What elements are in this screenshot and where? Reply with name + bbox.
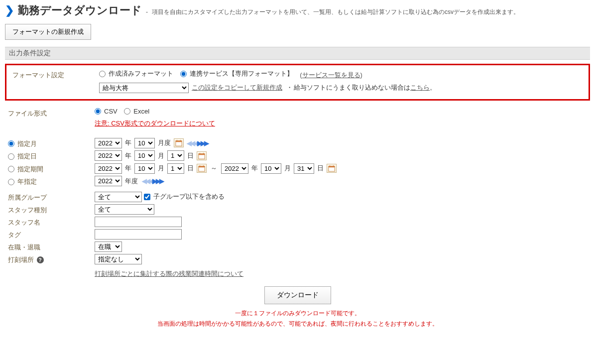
- import-help-prefix: 給与ソフトにうまく取り込めない場合は: [294, 84, 410, 91]
- next-fast-icon[interactable]: ▶▶: [201, 139, 208, 147]
- range-tilde: ～: [211, 164, 217, 173]
- period-month-label: 指定月: [17, 139, 37, 148]
- filetype-label: ファイル形式: [5, 108, 95, 118]
- group-label: 所属グループ: [5, 192, 95, 202]
- prev-fast-icon[interactable]: ◀◀: [187, 139, 194, 147]
- tag-label: タグ: [5, 229, 95, 240]
- day-day-select[interactable]: 1: [167, 150, 184, 161]
- csv-warning-link[interactable]: 注意: CSV形式でのダウンロードについて: [95, 120, 215, 127]
- period-day-radio[interactable]: [8, 153, 14, 160]
- format-linked-option[interactable]: 連携サービス【専用フォーマット】: [180, 69, 293, 78]
- range-from-day-select[interactable]: 1: [167, 163, 184, 174]
- format-select[interactable]: 給与大将: [99, 83, 189, 93]
- chevron-right-icon: ❯: [5, 5, 14, 16]
- format-linked-label: 連携サービス【専用フォーマット】: [190, 69, 293, 78]
- range-from-month-select[interactable]: 10: [134, 163, 155, 174]
- calendar-icon[interactable]: [174, 138, 184, 147]
- location-label: 打刻場所: [8, 256, 34, 263]
- filetype-csv-radio[interactable]: [95, 108, 101, 115]
- download-warning-1: 一度に１ファイルのみダウンロード可能です。: [5, 309, 590, 318]
- new-format-button[interactable]: フォーマットの新規作成: [5, 24, 91, 40]
- calendar-icon[interactable]: [197, 151, 207, 160]
- page-title: 勤務データダウンロード: [18, 3, 142, 18]
- month-year-select[interactable]: 2022: [95, 138, 122, 148]
- calendar-icon[interactable]: [327, 164, 337, 173]
- prev-fast-icon[interactable]: ◀◀: [142, 177, 149, 185]
- period-year-radio[interactable]: [8, 179, 14, 185]
- prev-icon[interactable]: ◀: [149, 177, 152, 185]
- period-range-option[interactable]: 指定期間: [8, 165, 43, 174]
- format-existing-label: 作成済みフォーマット: [109, 69, 173, 78]
- paren-close: ): [360, 71, 362, 79]
- include-subgroup-label: 子グループ以下を含める: [153, 192, 225, 201]
- location-note-link[interactable]: 打刻場所ごとに集計する際の残業関連時間について: [95, 270, 243, 277]
- period-day-option[interactable]: 指定日: [8, 152, 37, 161]
- range-from-year-select[interactable]: 2022: [95, 163, 122, 174]
- import-help-suffix: 。: [430, 84, 436, 91]
- section-title: 出力条件設定: [5, 47, 590, 60]
- year-unit: 年: [125, 138, 131, 147]
- month-month-select[interactable]: 10: [134, 138, 155, 148]
- yearonly-year-select[interactable]: 2022: [95, 176, 122, 186]
- next-fast-icon[interactable]: ▶▶: [156, 177, 163, 185]
- filetype-excel-option[interactable]: Excel: [124, 108, 149, 115]
- yearly-unit: 年度: [125, 177, 138, 186]
- tag-input[interactable]: [95, 229, 182, 240]
- period-year-label: 年指定: [17, 177, 37, 186]
- location-select[interactable]: 指定なし: [95, 254, 142, 264]
- next-icon[interactable]: ▶: [152, 177, 156, 185]
- include-subgroup-option[interactable]: 子グループ以下を含める: [144, 192, 225, 201]
- period-range-radio[interactable]: [8, 166, 14, 172]
- filetype-excel-radio[interactable]: [124, 108, 130, 115]
- period-day-label: 指定日: [17, 152, 37, 161]
- format-existing-radio[interactable]: [99, 71, 106, 77]
- copy-format-link[interactable]: この設定をコピーして新規作成: [192, 83, 282, 92]
- format-setting-label: フォーマット設定: [9, 69, 99, 80]
- page-description: 項目を自由にカスタマイズした出力フォーマットを用いて、一覧用、もしくは給与計算ソ…: [152, 8, 519, 16]
- staff-type-select[interactable]: 全て: [95, 204, 154, 215]
- day-month-select[interactable]: 10: [134, 150, 155, 161]
- period-month-radio[interactable]: [8, 140, 14, 147]
- svg-rect-5: [199, 153, 205, 155]
- range-to-day-select[interactable]: 31: [294, 163, 314, 174]
- svg-rect-9: [199, 166, 205, 168]
- employment-label: 在職・退職: [5, 242, 95, 252]
- period-range-label: 指定期間: [17, 165, 43, 174]
- format-existing-option[interactable]: 作成済みフォーマット: [99, 69, 173, 78]
- filetype-csv-option[interactable]: CSV: [95, 108, 118, 115]
- dot-sep: ・: [286, 84, 293, 91]
- svg-rect-1: [176, 141, 182, 142]
- range-to-year-select[interactable]: 2022: [221, 163, 248, 174]
- staff-name-input[interactable]: [95, 217, 182, 227]
- include-subgroup-checkbox[interactable]: [144, 194, 150, 200]
- svg-rect-13: [329, 166, 335, 168]
- period-year-option[interactable]: 年指定: [8, 177, 37, 186]
- prev-icon[interactable]: ◀: [194, 139, 197, 147]
- service-list-link[interactable]: サービス一覧を見る: [302, 71, 360, 79]
- calendar-icon[interactable]: [197, 164, 207, 173]
- monthly-unit: 月度: [158, 138, 171, 147]
- staff-type-label: スタッフ種別: [5, 204, 95, 215]
- download-button[interactable]: ダウンロード: [264, 286, 331, 304]
- period-month-option[interactable]: 指定月: [8, 139, 37, 148]
- day-year-select[interactable]: 2022: [95, 150, 122, 161]
- page-sep: -: [146, 8, 148, 15]
- help-icon[interactable]: ?: [37, 256, 44, 263]
- staff-name-label: スタッフ名: [5, 217, 95, 227]
- filetype-excel-label: Excel: [133, 108, 149, 115]
- range-to-month-select[interactable]: 10: [261, 163, 281, 174]
- employment-select[interactable]: 在職: [95, 242, 122, 252]
- format-setting-highlight: フォーマット設定 作成済みフォーマット 連携サービス【専用フォーマット】 (サー…: [5, 64, 590, 101]
- import-help-link[interactable]: こちら: [410, 84, 430, 91]
- format-linked-radio[interactable]: [180, 71, 187, 77]
- group-select[interactable]: 全て: [95, 192, 142, 202]
- download-warning-2: 当画面の処理は時間がかかる可能性があるので、可能であれば、夜間に行われることをお…: [5, 320, 590, 328]
- filetype-csv-label: CSV: [104, 108, 118, 115]
- next-icon[interactable]: ▶: [197, 139, 201, 147]
